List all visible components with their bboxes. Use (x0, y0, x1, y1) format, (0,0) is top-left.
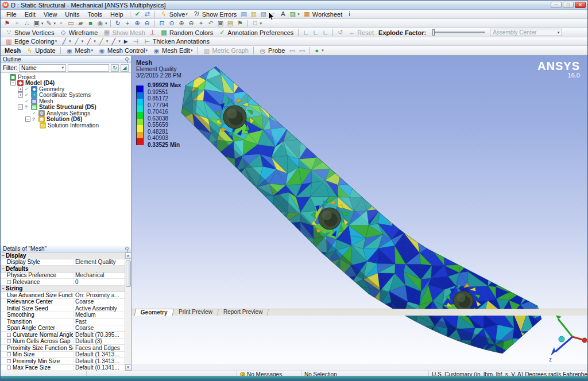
scrollbar-thumb[interactable] (126, 261, 131, 287)
mesh-control-button[interactable]: ◉Mesh Control▾ (96, 46, 149, 55)
triad-control[interactable]: xz (536, 309, 588, 364)
property-value[interactable]: Default (3) (74, 338, 125, 344)
tree-item-static-structural-d5[interactable]: −?▤Static Structural (D5) (1, 104, 131, 111)
pin-icon[interactable] (125, 57, 129, 61)
tree-item-model-d4[interactable]: −◈Model (D4) (1, 80, 131, 87)
collapse-icon[interactable]: − (1, 253, 6, 258)
details-row[interactable]: Initial Size SeedActive Assembly (1, 305, 125, 312)
details-row[interactable]: TransitionFast (1, 318, 125, 325)
edge-type-1-icon[interactable]: ╱ (60, 37, 68, 45)
scroll-down-icon[interactable]: ▼ (125, 364, 131, 371)
select-body-icon[interactable]: ■ (86, 20, 95, 28)
zoom-out-icon[interactable]: ⊖ (143, 20, 152, 28)
details-row[interactable]: Proximity Min SizeDefault (1.3413... (1, 358, 125, 365)
property-value[interactable]: Fast (74, 318, 125, 325)
vertex-select-icon[interactable]: ∴ (22, 20, 31, 28)
info-icon[interactable]: i (345, 10, 354, 18)
clipboard-icon[interactable]: ▧ (259, 10, 268, 18)
pointer-zoom-icon[interactable]: ⊖ (187, 20, 196, 28)
collapse-icon[interactable]: − (18, 104, 23, 110)
filter-input[interactable] (68, 64, 109, 72)
reset-button[interactable]: ←Reset (346, 29, 376, 37)
tree-item-project[interactable]: ▣Project (1, 74, 131, 80)
explode-icon[interactable]: ↺ (336, 29, 345, 37)
details-row[interactable]: Use Advanced Size FunctionOn: Proximity … (1, 292, 125, 299)
details-row[interactable]: Relevance CenterCoarse (1, 299, 125, 306)
filter-type-select[interactable]: Name ▾ (19, 64, 66, 72)
expand-icon[interactable]: + (18, 92, 23, 98)
menu-file[interactable]: File (3, 11, 20, 18)
chevron-down-icon[interactable]: ▾ (41, 21, 44, 26)
details-row[interactable]: Proximity Size Function SourcesFaces and… (1, 345, 125, 352)
collapse-icon[interactable]: − (10, 80, 16, 85)
edge-type-2-icon[interactable]: ╱ (72, 37, 81, 45)
pin-icon[interactable] (125, 247, 129, 250)
collapse-icon[interactable]: − (25, 116, 30, 122)
property-value[interactable]: Default (1.3413... (74, 358, 125, 364)
assembly-center-select[interactable]: Assembly Center▾ (490, 29, 562, 36)
tab-print-preview[interactable]: Print Preview (172, 309, 218, 316)
coordinate-edge-2-icon[interactable]: ∟ (311, 29, 320, 37)
chevron-down-icon[interactable]: ▾ (105, 21, 107, 26)
update-button[interactable]: ϟUpdate (24, 46, 57, 55)
chevron-down-icon[interactable]: ▾ (106, 39, 109, 44)
chevron-down-icon[interactable]: ▾ (118, 39, 121, 44)
slider-thumb[interactable] (432, 29, 435, 36)
tag-icon[interactable]: ⚑ (236, 20, 245, 28)
details-row[interactable]: Min SizeDefault (1.3413... (1, 352, 125, 359)
coordinate-edge-3-icon[interactable]: ∟ (321, 29, 330, 37)
property-value[interactable]: Active Assembly (74, 305, 125, 312)
min-annotation-icon[interactable]: ▭ (297, 46, 306, 55)
close-button[interactable]: ✕ (575, 2, 586, 8)
tree-item-solution-information[interactable]: ▤Solution Information (1, 122, 131, 129)
edge-type-5-icon[interactable]: ╱ (109, 37, 118, 45)
details-row[interactable]: Max Face SizeDefault (0.1341... (1, 365, 125, 371)
graphics-viewport[interactable]: Mesh Element Quality 3/2/2015 2:28 PM 0.… (131, 56, 588, 364)
chevron-down-icon[interactable]: ▾ (260, 21, 262, 26)
direction-icon[interactable]: ⌖ (13, 20, 21, 28)
rotate-icon[interactable]: ↻ (114, 20, 122, 28)
metric-graph-button[interactable]: ▥Metric Graph (200, 46, 250, 55)
wireframe-button[interactable]: ◇Wireframe (57, 29, 100, 37)
menu-help[interactable]: Help (107, 11, 127, 18)
tree-item-coordinate-systems[interactable]: +✓+Coordinate Systems (1, 92, 131, 99)
box-zoom-icon[interactable]: ⊡ (158, 20, 167, 28)
details-row[interactable]: Curvature Normal AngleDefault (70.395... (1, 332, 125, 339)
mesh-edit-button[interactable]: ◉Mesh Edit▾ (150, 46, 194, 55)
checkbox[interactable] (7, 366, 11, 370)
property-value[interactable]: Default (70.395... (74, 332, 125, 338)
material-ball-icon[interactable]: ● (312, 46, 321, 55)
checkbox[interactable] (7, 352, 11, 356)
chevron-down-icon[interactable]: ▾ (69, 39, 71, 44)
select-mode-icon[interactable]: ✎ (45, 20, 53, 28)
checkbox[interactable] (7, 339, 11, 343)
show-mesh-button[interactable]: ▦Show Mesh (100, 29, 146, 37)
tree-item-geometry[interactable]: +✓◆Geometry (1, 86, 131, 92)
show-vertices-button[interactable]: ∵Show Vertices (3, 29, 56, 37)
image-capture-icon[interactable]: ▨ (288, 10, 297, 18)
menu-edit[interactable]: Edit (21, 11, 39, 18)
tree-item-mesh[interactable]: ✓▦Mesh (1, 98, 131, 104)
edge-coloring-button[interactable]: ▥Edge Coloring▾ (3, 37, 59, 45)
worksheet-button[interactable]: ▦Worksheet (301, 10, 344, 18)
random-colors-button[interactable]: ▩Random Colors (158, 29, 215, 37)
details-group-header[interactable]: −Display (1, 252, 125, 259)
max-annotation-icon[interactable]: ▭ (288, 46, 296, 55)
new-section-icon[interactable]: ▤ (239, 10, 248, 18)
edge-weld-icon[interactable]: ⊣ (131, 37, 140, 45)
label-icon[interactable]: ⚑ (3, 20, 11, 28)
details-group-header[interactable]: −Defaults (1, 266, 125, 273)
tab-report-preview[interactable]: Report Preview (217, 309, 269, 316)
minimize-button[interactable]: ─ (551, 2, 562, 8)
magnifier-icon[interactable]: ⊕ (177, 20, 186, 28)
resume-icon[interactable]: ✔ (133, 10, 142, 18)
property-value[interactable]: Default (1.3413... (74, 351, 125, 357)
edge-type-3-icon[interactable]: ╱ (84, 37, 93, 45)
selection-info-icon[interactable]: ▣ (32, 20, 41, 28)
details-row[interactable]: Relevance0 (1, 279, 125, 286)
chevron-down-icon[interactable]: ▾ (54, 21, 56, 26)
chevron-down-icon[interactable]: ▾ (322, 48, 324, 53)
solve-button[interactable]: ϟSolve▾ (158, 10, 189, 18)
annotation-preferences-button[interactable]: ✓Annotation Preferences (216, 29, 295, 37)
maximize-button[interactable]: □ (563, 2, 574, 8)
